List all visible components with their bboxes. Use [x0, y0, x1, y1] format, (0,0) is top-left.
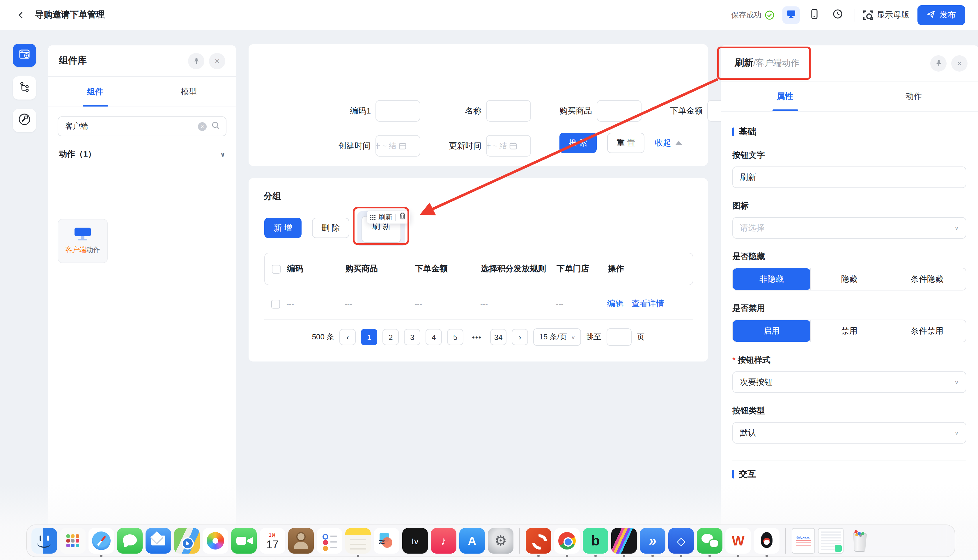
disable-option-1[interactable]: 禁用: [810, 320, 888, 342]
dock-icon-appstore[interactable]: A: [459, 528, 485, 553]
disable-option-2[interactable]: 条件禁用: [888, 320, 966, 342]
dock-icon-wps[interactable]: W: [725, 528, 751, 553]
dock-icon-mail[interactable]: [145, 528, 171, 553]
clear-icon[interactable]: ×: [198, 122, 207, 131]
pin-button[interactable]: [188, 53, 204, 69]
button-text-input[interactable]: 刷新: [732, 167, 966, 188]
delete-button[interactable]: 删 除: [312, 218, 349, 238]
page-size-select[interactable]: 15 条/页∨: [533, 328, 581, 346]
page-button-34[interactable]: 34: [490, 329, 506, 345]
close-icon[interactable]: ×: [209, 53, 225, 69]
button-type-select[interactable]: 默认∨: [732, 422, 966, 443]
dock-icon-freeform[interactable]: ≈: [374, 528, 399, 553]
row-action-link[interactable]: 编辑: [607, 298, 623, 309]
hide-option-0[interactable]: 非隐藏: [733, 268, 810, 290]
page-button-2[interactable]: 2: [382, 329, 399, 345]
search-button[interactable]: 搜 索: [560, 133, 597, 153]
select-all-checkbox[interactable]: [272, 265, 280, 273]
dock-icon-stripes[interactable]: [611, 528, 637, 553]
row-checkbox[interactable]: [271, 300, 280, 308]
sidebar-item-tools[interactable]: [13, 109, 36, 132]
date-range-input[interactable]: 开 ~ 结: [375, 135, 420, 157]
action-group-header[interactable]: 动作（1） ∨: [48, 145, 236, 163]
dock-icon-thunder[interactable]: »: [640, 528, 665, 553]
hide-option-1[interactable]: 隐藏: [810, 268, 888, 290]
hide-option-2[interactable]: 条件隐藏: [888, 268, 966, 290]
page-button-4[interactable]: 4: [426, 329, 442, 345]
date-range-input[interactable]: 开 ~ 结: [486, 135, 531, 157]
calendar-icon: [399, 142, 407, 150]
page-button-3[interactable]: 3: [404, 329, 420, 345]
dock-icon-facetime[interactable]: [231, 528, 257, 553]
close-icon[interactable]: ×: [951, 55, 968, 71]
dock-icon-maps[interactable]: [174, 528, 200, 553]
dock-icon-trash[interactable]: [846, 528, 872, 553]
dock-icon-chrome[interactable]: [554, 528, 580, 553]
dock-icon-notes[interactable]: [345, 528, 371, 553]
icon-select[interactable]: 请选择∨: [732, 217, 966, 239]
dock-icon-calendar[interactable]: 1月17: [260, 528, 285, 553]
section-divider: [732, 460, 966, 460]
dock-icon-qq[interactable]: [754, 528, 780, 553]
dock-icon-reminders[interactable]: [317, 528, 342, 553]
desktop-view-button[interactable]: [782, 7, 800, 24]
sidebar-item-structure[interactable]: [13, 76, 36, 100]
reset-button[interactable]: 重 置: [607, 133, 645, 153]
jump-page-input[interactable]: [606, 328, 631, 346]
tab-left-0[interactable]: 组件: [48, 77, 142, 107]
drag-handle-icon[interactable]: [370, 215, 375, 220]
collapse-toggle[interactable]: 收起: [655, 138, 682, 148]
page-button-1[interactable]: 1: [361, 329, 377, 345]
dock-icon-music[interactable]: ♪: [431, 528, 457, 553]
window-add-icon: [18, 48, 31, 63]
form-field-input[interactable]: [597, 100, 641, 122]
form-field-input[interactable]: [486, 100, 531, 122]
publish-button[interactable]: 发布: [918, 5, 965, 25]
dock-icon-redapp[interactable]: [526, 528, 551, 553]
add-button[interactable]: 新 增: [264, 218, 302, 238]
back-button[interactable]: [15, 9, 27, 21]
trash-icon[interactable]: [399, 212, 407, 222]
button-style-select[interactable]: 次要按钮∨: [732, 372, 966, 393]
tree-structure-icon: [18, 80, 31, 95]
dock-icon-photos[interactable]: [203, 528, 228, 553]
mobile-view-button[interactable]: [806, 7, 823, 24]
group-section-card: 分组 新 增 删 除 编码购买商品下单金额选择积分发放规则下单门店操作 ----…: [248, 178, 708, 362]
dock-icon-win2[interactable]: [818, 528, 843, 553]
save-status: 保存成功: [731, 10, 774, 20]
form-field-label: 名称: [465, 106, 482, 116]
component-search-box[interactable]: ×: [58, 117, 227, 136]
more-pages-ellipsis[interactable]: •••: [469, 329, 485, 345]
disable-segmented-control: 启用禁用条件禁用: [732, 320, 966, 342]
dock-icon-finder[interactable]: [32, 528, 57, 553]
tab-left-1[interactable]: 模型: [142, 77, 236, 107]
dock-icon-settings[interactable]: ⚙: [488, 528, 513, 553]
prev-page-button[interactable]: ‹: [339, 329, 356, 345]
client-action-component-card[interactable]: 客户端动作: [58, 219, 108, 263]
dock-icon-bluehex[interactable]: ◇: [668, 528, 694, 553]
table-row[interactable]: --------------- 编辑查看详情: [264, 292, 693, 315]
component-card-label: 客户端动作: [65, 245, 100, 255]
disable-option-0[interactable]: 启用: [733, 320, 810, 342]
dock-icon-messages[interactable]: [117, 528, 143, 553]
search-input[interactable]: [64, 122, 193, 131]
history-button[interactable]: [829, 7, 846, 24]
form-field-input[interactable]: [375, 100, 420, 122]
table-cell: ---: [415, 300, 480, 308]
row-action-link[interactable]: 查看详情: [631, 298, 664, 309]
dock-icon-win1[interactable]: 数式Oinone: [792, 528, 815, 553]
column-header: 下单门店: [556, 264, 608, 274]
dock-icon-appletv[interactable]: tv: [402, 528, 428, 553]
sidebar-item-component-library[interactable]: [13, 44, 36, 67]
next-page-button[interactable]: ›: [512, 329, 528, 345]
dock-icon-launchpad[interactable]: [60, 528, 86, 553]
dock-icon-contacts[interactable]: [288, 528, 314, 553]
tab-right-0[interactable]: 属性: [721, 82, 849, 111]
tab-right-1[interactable]: 动作: [849, 82, 978, 111]
pin-button[interactable]: [930, 55, 946, 71]
page-button-5[interactable]: 5: [447, 329, 463, 345]
show-master-button[interactable]: 显示母版: [863, 10, 909, 20]
dock-icon-safari[interactable]: [88, 528, 114, 553]
dock-icon-wechat[interactable]: [697, 528, 722, 553]
dock-icon-boardmix[interactable]: b: [583, 528, 608, 553]
